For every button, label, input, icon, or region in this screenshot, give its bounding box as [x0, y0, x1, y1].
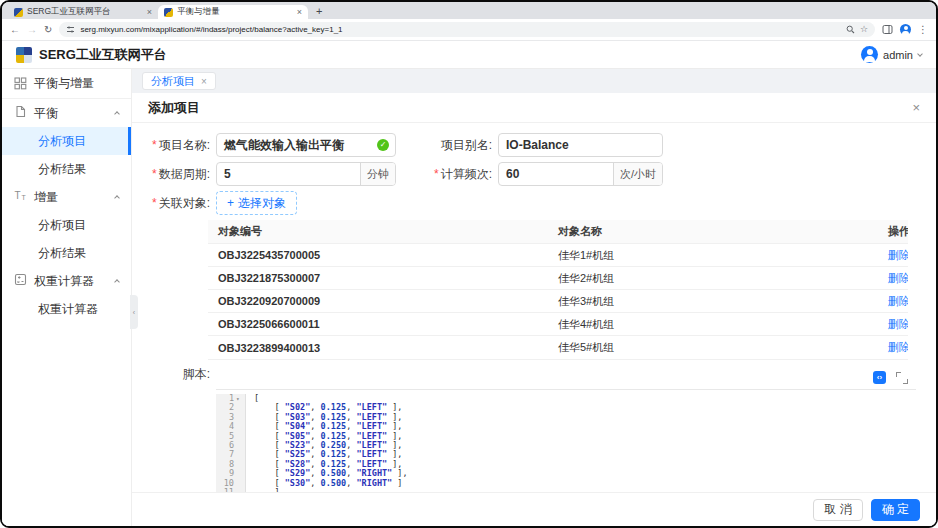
fold-marker-icon[interactable]: ▾ [236, 394, 245, 403]
cancel-button[interactable]: 取 消 [813, 499, 862, 521]
svg-text:T: T [22, 194, 27, 201]
grid-icon [14, 77, 27, 90]
table-row: OBJ3220920700009佳华3#机组删除 [208, 290, 908, 313]
object-id: OBJ3221875300007 [208, 272, 548, 284]
forward-icon[interactable]: → [27, 25, 37, 35]
sidebar-group-增量[interactable]: TT增量 [2, 183, 131, 211]
browser-menu-icon[interactable]: ⋮ [918, 25, 928, 35]
project-name-label: *项目名称: [148, 137, 210, 154]
sidebar-item-分析项目[interactable]: 分析项目 [2, 211, 131, 239]
code-line: 10 [ "S30", 0.500, "RIGHT" ] [216, 479, 916, 488]
plus-icon: + [227, 196, 234, 210]
tab-close-icon[interactable]: × [297, 8, 302, 17]
project-alias-label: 项目别名: [396, 137, 492, 154]
sidebar: 平衡与增量 平衡分析项目分析结果TT增量分析项目分析结果权重计算器权重计算器 ‹ [2, 69, 132, 526]
code-editor[interactable]: 1▾[2 [ "S02", 0.125, "LEFT" ],3 [ "S03",… [216, 394, 916, 492]
project-name-value: 燃气能效输入输出平衡 [217, 137, 377, 154]
chevron-up-icon [114, 111, 120, 117]
sidebar-item-label: 分析结果 [38, 161, 86, 178]
fold-marker-icon[interactable] [236, 450, 245, 459]
tune-icon [66, 25, 75, 34]
file-icon [14, 105, 27, 121]
back-icon[interactable]: ← [10, 25, 20, 35]
fold-marker-icon[interactable] [236, 469, 245, 478]
table-row: OBJ3225066600011佳华4#机组删除 [208, 313, 908, 336]
fullscreen-icon[interactable] [896, 372, 908, 384]
delete-link[interactable]: 删除 [888, 318, 908, 330]
script-field[interactable]: ‹› 1▾[2 [ "S02", 0.125, "LEFT" ],3 [ "S0… [216, 366, 916, 492]
drawer-body: *项目名称: 燃气能效输入输出平衡 ✓ 项目别名: IO-Balance *数据… [132, 123, 936, 492]
browser-tab[interactable]: SERG工业互联网平台× [8, 5, 158, 19]
sidebar-item-分析结果[interactable]: 分析结果 [2, 239, 131, 267]
content-tab-analysis-project[interactable]: 分析项目 × [142, 72, 216, 90]
sidebar-group-平衡[interactable]: 平衡 [2, 99, 131, 127]
tab-close-icon[interactable]: × [147, 8, 152, 17]
browser-tab[interactable]: 平衡与增量× [158, 5, 308, 19]
delete-link[interactable]: 删除 [888, 272, 908, 284]
fold-marker-icon[interactable] [236, 403, 245, 412]
sidebar-group-label: 平衡 [34, 105, 108, 122]
user-menu[interactable]: admin [861, 46, 922, 63]
calc-frequency-input[interactable]: 60 次/小时 [498, 162, 663, 186]
drawer-close-icon[interactable]: × [912, 100, 920, 115]
col-action: 操作 [878, 224, 908, 239]
zoom-icon[interactable] [846, 25, 855, 34]
bookmark-star-icon[interactable]: ☆ [860, 25, 868, 34]
new-tab-button[interactable]: + [316, 5, 322, 17]
sidebar-item-label: 分析项目 [38, 133, 86, 150]
fold-marker-icon[interactable] [236, 441, 245, 450]
fold-marker-icon[interactable] [236, 413, 245, 422]
content-tab-label: 分析项目 [151, 74, 195, 89]
content-tab-close-icon[interactable]: × [201, 76, 207, 87]
script-label: 脚本: [148, 366, 210, 383]
object-table: 对象编号 对象名称 操作 OBJ3225435700005佳华1#机组删除OBJ… [208, 220, 908, 360]
calc-frequency-value: 60 [499, 167, 613, 181]
chevron-up-icon [114, 195, 120, 201]
drawer-footer: 取 消 确 定 [132, 492, 936, 526]
address-bar[interactable]: serg.mixyun.com/mixapplication/#/indass/… [59, 22, 875, 37]
object-id: OBJ3220920700009 [208, 295, 548, 307]
app-title: SERG工业互联网平台 [39, 46, 167, 64]
username: admin [883, 49, 913, 61]
chevron-down-icon [917, 51, 923, 57]
sidebar-item-分析项目[interactable]: 分析项目 [2, 127, 131, 155]
browser-toolbar: ← → ↻ serg.mixyun.com/mixapplication/#/i… [2, 19, 936, 41]
sidebar-title-label: 平衡与增量 [34, 75, 94, 92]
fold-marker-icon[interactable] [236, 422, 245, 431]
url-text[interactable]: serg.mixyun.com/mixapplication/#/indass/… [80, 25, 841, 34]
svg-text:T: T [15, 190, 21, 201]
select-object-button-label: 选择对象 [238, 195, 286, 212]
delete-link[interactable]: 删除 [888, 249, 908, 261]
sidebar-item-权重计算器[interactable]: 权重计算器 [2, 295, 131, 323]
confirm-button[interactable]: 确 定 [871, 499, 920, 521]
project-name-input[interactable]: 燃气能效输入输出平衡 ✓ [216, 133, 396, 157]
sidebar-item-分析结果[interactable]: 分析结果 [2, 155, 131, 183]
project-alias-input[interactable]: IO-Balance [498, 133, 663, 157]
sidebar-group-label: 增量 [34, 189, 108, 206]
reload-icon[interactable]: ↻ [44, 25, 52, 35]
user-avatar-icon[interactable] [861, 46, 878, 63]
fold-marker-icon[interactable] [236, 460, 245, 469]
sidebar-group-label: 权重计算器 [34, 273, 108, 290]
browser-profile-icon[interactable] [900, 24, 911, 35]
sidebar-collapse-handle[interactable]: ‹ [130, 295, 138, 329]
code-format-icon[interactable]: ‹› [873, 371, 886, 384]
add-project-drawer: 添加项目 × *项目名称: 燃气能效输入输出平衡 ✓ 项目别名: IO-Bala… [132, 93, 936, 526]
related-objects-label: *关联对象: [148, 195, 210, 212]
sidebar-item-label: 权重计算器 [38, 301, 98, 318]
object-name: 佳华3#机组 [548, 294, 878, 309]
data-period-input[interactable]: 5 分钟 [216, 162, 396, 186]
tab-favicon-icon [14, 8, 23, 17]
delete-link[interactable]: 删除 [888, 341, 908, 353]
delete-link[interactable]: 删除 [888, 295, 908, 307]
drawer-header: 添加项目 × [132, 93, 936, 123]
object-id: OBJ3225435700005 [208, 249, 548, 261]
side-panel-icon[interactable] [882, 24, 893, 35]
sidebar-group-权重计算器[interactable]: 权重计算器 [2, 267, 131, 295]
sidebar-item-label: 分析项目 [38, 217, 86, 234]
select-object-button[interactable]: + 选择对象 [216, 191, 297, 215]
fold-marker-icon[interactable] [236, 479, 245, 488]
main-area: 分析项目 × 添加项目 × *项目名称: 燃气能效输入输出平衡 ✓ [132, 69, 936, 526]
fold-marker-icon[interactable] [236, 432, 245, 441]
calculator-icon [14, 273, 27, 289]
